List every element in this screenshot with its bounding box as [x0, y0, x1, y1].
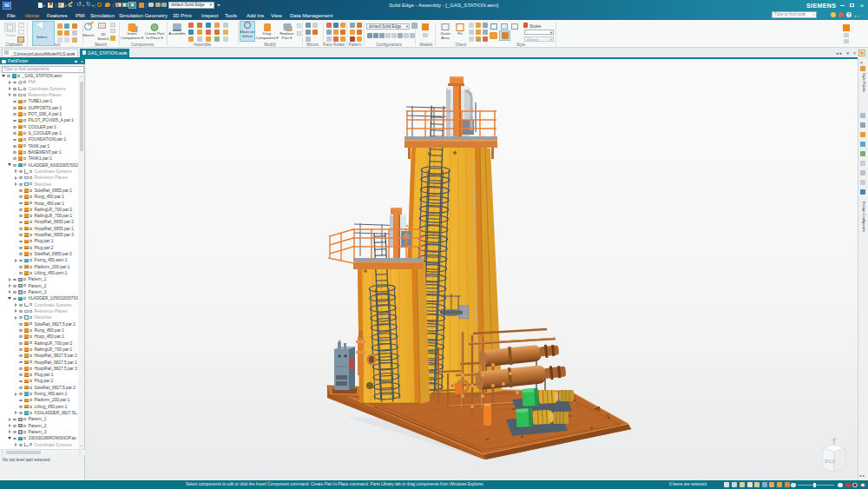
svg-text:BACK: BACK — [825, 459, 835, 464]
